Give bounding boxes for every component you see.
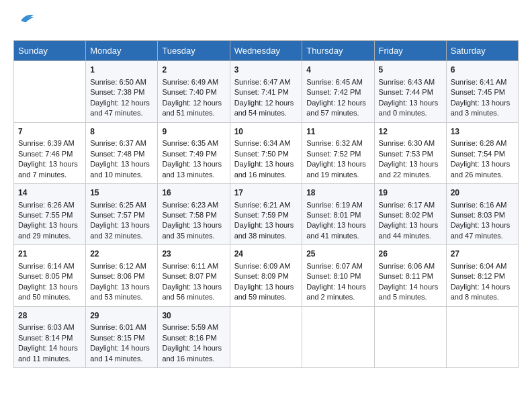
sunset-text: Sunset: 7:44 PM <box>379 87 442 97</box>
day-number: 26 <box>379 248 442 260</box>
daylight-text: Daylight: 12 hours and 54 minutes. <box>234 98 298 119</box>
day-number: 10 <box>234 126 298 138</box>
daylight-text: Daylight: 13 hours and 44 minutes. <box>379 220 442 241</box>
daylight-text: Daylight: 14 hours and 8 minutes. <box>451 282 514 303</box>
sunset-text: Sunset: 8:11 PM <box>379 271 442 281</box>
sunset-text: Sunset: 7:38 PM <box>90 87 153 97</box>
calendar-cell: 13Sunrise: 6:28 AMSunset: 7:54 PMDayligh… <box>446 122 518 183</box>
daylight-text: Daylight: 13 hours and 16 minutes. <box>234 159 298 180</box>
daylight-text: Daylight: 14 hours and 2 minutes. <box>306 282 369 303</box>
calendar-cell: 1Sunrise: 6:50 AMSunset: 7:38 PMDaylight… <box>86 61 158 122</box>
sunrise-text: Sunrise: 6:25 AM <box>90 200 153 210</box>
day-number: 25 <box>306 248 369 260</box>
daylight-text: Daylight: 13 hours and 32 minutes. <box>90 220 153 241</box>
sunrise-text: Sunrise: 6:06 AM <box>379 261 442 271</box>
calendar-cell: 21Sunrise: 6:14 AMSunset: 8:05 PMDayligh… <box>14 245 86 306</box>
daylight-text: Daylight: 13 hours and 59 minutes. <box>234 282 298 303</box>
sunset-text: Sunset: 8:10 PM <box>306 271 369 281</box>
sunrise-text: Sunrise: 6:47 AM <box>234 77 298 87</box>
sunrise-text: Sunrise: 6:17 AM <box>379 200 442 210</box>
sunset-text: Sunset: 7:42 PM <box>306 87 369 97</box>
sunrise-text: Sunrise: 6:34 AM <box>234 138 298 148</box>
calendar-table: SundayMondayTuesdayWednesdayThursdayFrid… <box>13 40 519 368</box>
daylight-text: Daylight: 12 hours and 57 minutes. <box>306 98 369 119</box>
sunrise-text: Sunrise: 6:50 AM <box>90 77 153 87</box>
week-row-1: 1Sunrise: 6:50 AMSunset: 7:38 PMDaylight… <box>14 61 519 122</box>
calendar-cell: 25Sunrise: 6:07 AMSunset: 8:10 PMDayligh… <box>302 245 374 306</box>
daylight-text: Daylight: 13 hours and 47 minutes. <box>451 220 514 241</box>
week-row-5: 28Sunrise: 6:03 AMSunset: 8:14 PMDayligh… <box>14 306 519 367</box>
sunrise-text: Sunrise: 6:35 AM <box>162 138 225 148</box>
daylight-text: Daylight: 13 hours and 19 minutes. <box>306 159 369 180</box>
sunset-text: Sunset: 8:16 PM <box>162 333 225 343</box>
day-number: 6 <box>451 64 514 76</box>
daylight-text: Daylight: 14 hours and 14 minutes. <box>90 343 153 364</box>
calendar-cell: 20Sunrise: 6:16 AMSunset: 8:03 PMDayligh… <box>446 183 518 244</box>
sunset-text: Sunset: 7:45 PM <box>451 87 514 97</box>
sunrise-text: Sunrise: 6:43 AM <box>379 77 442 87</box>
sunset-text: Sunset: 7:48 PM <box>90 149 153 159</box>
col-header-tuesday: Tuesday <box>158 41 230 61</box>
sunset-text: Sunset: 8:07 PM <box>162 271 225 281</box>
daylight-text: Daylight: 13 hours and 41 minutes. <box>306 220 369 241</box>
day-number: 18 <box>306 187 369 199</box>
sunset-text: Sunset: 8:06 PM <box>90 271 153 281</box>
col-header-thursday: Thursday <box>302 41 374 61</box>
calendar-cell: 24Sunrise: 6:09 AMSunset: 8:09 PMDayligh… <box>230 245 302 306</box>
col-header-sunday: Sunday <box>14 41 86 61</box>
sunset-text: Sunset: 8:01 PM <box>306 210 369 220</box>
daylight-text: Daylight: 13 hours and 50 minutes. <box>18 282 81 303</box>
calendar-cell: 4Sunrise: 6:45 AMSunset: 7:42 PMDaylight… <box>302 61 374 122</box>
sunrise-text: Sunrise: 6:37 AM <box>90 138 153 148</box>
sunset-text: Sunset: 7:57 PM <box>90 210 153 220</box>
sunset-text: Sunset: 7:40 PM <box>162 87 225 97</box>
calendar-cell: 28Sunrise: 6:03 AMSunset: 8:14 PMDayligh… <box>14 306 86 367</box>
calendar-cell: 17Sunrise: 6:21 AMSunset: 7:59 PMDayligh… <box>230 183 302 244</box>
day-number: 8 <box>90 126 153 138</box>
day-number: 29 <box>90 310 153 322</box>
calendar-cell <box>14 61 86 122</box>
sunrise-text: Sunrise: 6:19 AM <box>306 200 369 210</box>
sunrise-text: Sunrise: 6:11 AM <box>162 261 225 271</box>
col-header-monday: Monday <box>86 41 158 61</box>
daylight-text: Daylight: 13 hours and 26 minutes. <box>451 159 514 180</box>
logo <box>13 13 35 30</box>
daylight-text: Daylight: 13 hours and 22 minutes. <box>379 159 442 180</box>
day-number: 5 <box>379 64 442 76</box>
day-number: 19 <box>379 187 442 199</box>
sunset-text: Sunset: 8:14 PM <box>18 333 81 343</box>
sunrise-text: Sunrise: 6:03 AM <box>18 322 81 332</box>
calendar-cell <box>374 306 446 367</box>
calendar-cell: 5Sunrise: 6:43 AMSunset: 7:44 PMDaylight… <box>374 61 446 122</box>
sunrise-text: Sunrise: 6:09 AM <box>234 261 298 271</box>
sunrise-text: Sunrise: 6:04 AM <box>451 261 514 271</box>
day-number: 1 <box>90 64 153 76</box>
day-number: 16 <box>162 187 225 199</box>
sunset-text: Sunset: 8:03 PM <box>451 210 514 220</box>
daylight-text: Daylight: 13 hours and 7 minutes. <box>18 159 81 180</box>
daylight-text: Daylight: 14 hours and 11 minutes. <box>18 343 81 364</box>
sunrise-text: Sunrise: 6:26 AM <box>18 200 81 210</box>
calendar-cell: 19Sunrise: 6:17 AMSunset: 8:02 PMDayligh… <box>374 183 446 244</box>
col-header-wednesday: Wednesday <box>230 41 302 61</box>
calendar-cell: 6Sunrise: 6:41 AMSunset: 7:45 PMDaylight… <box>446 61 518 122</box>
daylight-text: Daylight: 13 hours and 53 minutes. <box>90 282 153 303</box>
calendar-cell: 15Sunrise: 6:25 AMSunset: 7:57 PMDayligh… <box>86 183 158 244</box>
day-number: 20 <box>451 187 514 199</box>
daylight-text: Daylight: 13 hours and 38 minutes. <box>234 220 298 241</box>
day-number: 24 <box>234 248 298 260</box>
calendar-cell: 11Sunrise: 6:32 AMSunset: 7:52 PMDayligh… <box>302 122 374 183</box>
daylight-text: Daylight: 13 hours and 10 minutes. <box>90 159 153 180</box>
sunrise-text: Sunrise: 6:30 AM <box>379 138 442 148</box>
col-header-friday: Friday <box>374 41 446 61</box>
sunrise-text: Sunrise: 6:49 AM <box>162 77 225 87</box>
day-number: 28 <box>18 310 81 322</box>
day-number: 4 <box>306 64 369 76</box>
week-row-3: 14Sunrise: 6:26 AMSunset: 7:55 PMDayligh… <box>14 183 519 244</box>
sunset-text: Sunset: 8:15 PM <box>90 333 153 343</box>
day-number: 11 <box>306 126 369 138</box>
calendar-cell: 22Sunrise: 6:12 AMSunset: 8:06 PMDayligh… <box>86 245 158 306</box>
sunrise-text: Sunrise: 6:07 AM <box>306 261 369 271</box>
day-number: 30 <box>162 310 225 322</box>
day-number: 21 <box>18 248 81 260</box>
